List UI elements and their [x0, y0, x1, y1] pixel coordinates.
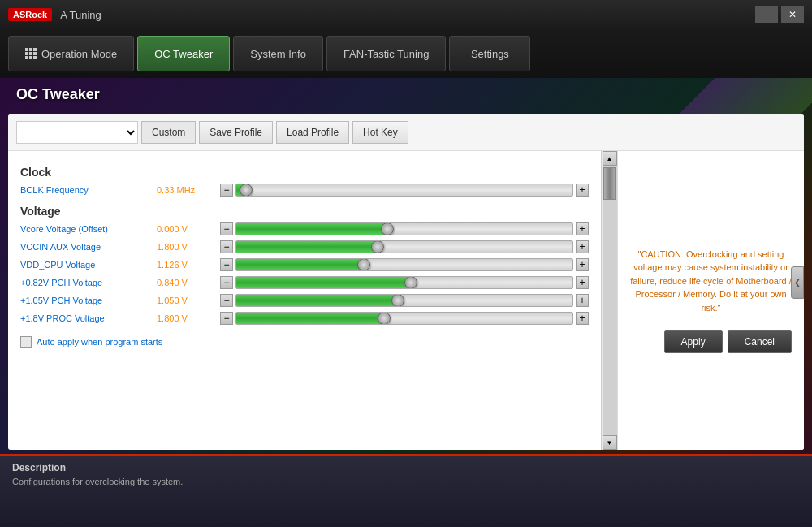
- vccin-fill: [236, 241, 378, 253]
- pch105-track[interactable]: [235, 294, 573, 307]
- expand-handle[interactable]: ❮: [791, 266, 804, 299]
- slider-row-pch082: +0.82V PCH Voltage 0.840 V − +: [20, 276, 589, 289]
- asrock-logo: ASRock: [8, 8, 52, 21]
- vcore-value: 0.000 V: [157, 224, 214, 234]
- proc18-label: +1.8V PROC Voltage: [20, 313, 150, 323]
- close-button[interactable]: ✕: [781, 6, 804, 23]
- pch082-fill: [236, 277, 411, 288]
- vddcpu-fill: [236, 259, 364, 270]
- hotkey-button[interactable]: Hot Key: [352, 121, 408, 144]
- nav-settings[interactable]: Settings: [449, 36, 530, 71]
- auto-apply-row: Auto apply when program starts: [20, 330, 589, 354]
- vddcpu-controls: − +: [220, 258, 589, 271]
- title-bar: ASRock A Tuning — ✕: [0, 0, 812, 29]
- slider-row-vcore: Vcore Voltage (Offset) 0.000 V − +: [20, 222, 589, 235]
- vddcpu-thumb[interactable]: [357, 258, 370, 271]
- scroll-track[interactable]: [603, 166, 617, 435]
- nav-settings-label: Settings: [471, 48, 509, 60]
- auto-apply-checkbox[interactable]: [20, 336, 32, 348]
- proc18-thumb[interactable]: [378, 312, 391, 325]
- vccin-thumb[interactable]: [371, 240, 384, 253]
- minimize-button[interactable]: —: [755, 6, 778, 23]
- vddcpu-track[interactable]: [235, 258, 573, 271]
- slider-row-bclk: BCLK Frequency 0.33 MHz − +: [20, 184, 589, 197]
- proc18-fill: [236, 313, 384, 324]
- pch105-label: +1.05V PCH Voltage: [20, 296, 150, 305]
- vcore-label: Vcore Voltage (Offset): [20, 224, 150, 234]
- pch082-minus[interactable]: −: [220, 276, 233, 289]
- warning-area: "CAUTION: Overclocking and setting volta…: [617, 151, 804, 450]
- clock-section-header: Clock: [20, 166, 589, 179]
- scrollbar: ▲ ▼: [601, 151, 617, 450]
- pch105-plus[interactable]: +: [576, 294, 589, 307]
- vddcpu-minus[interactable]: −: [220, 258, 233, 271]
- bclk-track[interactable]: [235, 184, 573, 197]
- grid-icon: [25, 48, 37, 59]
- scroll-up-arrow[interactable]: ▲: [603, 151, 617, 166]
- apply-button[interactable]: Apply: [664, 330, 723, 353]
- vddcpu-value: 1.126 V: [157, 260, 214, 270]
- pch105-value: 1.050 V: [157, 296, 214, 305]
- save-profile-button[interactable]: Save Profile: [199, 121, 273, 144]
- nav-oc-tweaker[interactable]: OC Tweaker: [137, 36, 230, 71]
- bclk-label: BCLK Frequency: [20, 185, 150, 195]
- bclk-plus[interactable]: +: [576, 184, 589, 197]
- warning-text: "CAUTION: Overclocking and setting volta…: [630, 248, 792, 315]
- vcore-thumb[interactable]: [381, 222, 394, 235]
- slider-row-vddcpu: VDD_CPU Voltage 1.126 V − +: [20, 258, 589, 271]
- content-area: Clock BCLK Frequency 0.33 MHz − + Voltag…: [8, 151, 804, 450]
- pch082-plus[interactable]: +: [576, 276, 589, 289]
- nav-bar: Operation Mode OC Tweaker System Info FA…: [0, 29, 812, 78]
- nav-system-info-label: System Info: [250, 48, 306, 60]
- profile-bar: Custom Save Profile Load Profile Hot Key: [8, 114, 804, 151]
- pch082-thumb[interactable]: [404, 276, 417, 289]
- bclk-thumb[interactable]: [240, 184, 253, 197]
- scroll-down-arrow[interactable]: ▼: [603, 435, 617, 450]
- nav-fan-tuning-label: FAN-Tastic Tuning: [343, 48, 430, 60]
- pch082-controls: − +: [220, 276, 589, 289]
- proc18-value: 1.800 V: [157, 313, 214, 323]
- title-bar-controls: — ✕: [755, 6, 804, 23]
- voltage-section-header: Voltage: [20, 205, 589, 218]
- proc18-controls: − +: [220, 312, 589, 325]
- nav-fan-tuning[interactable]: FAN-Tastic Tuning: [326, 36, 447, 71]
- page-title: OC Tweaker: [16, 86, 100, 103]
- vcore-minus[interactable]: −: [220, 222, 233, 235]
- bclk-value: 0.33 MHz: [157, 185, 214, 195]
- pch105-controls: − +: [220, 294, 589, 307]
- main-panel: Custom Save Profile Load Profile Hot Key…: [8, 114, 804, 450]
- bclk-controls: − +: [220, 184, 589, 197]
- profile-dropdown[interactable]: [16, 121, 138, 144]
- scroll-thumb[interactable]: [603, 167, 616, 200]
- proc18-track[interactable]: [235, 312, 573, 325]
- title-bar-left: ASRock A Tuning: [8, 8, 102, 21]
- nav-system-info[interactable]: System Info: [233, 36, 323, 71]
- pch105-thumb[interactable]: [391, 294, 404, 307]
- proc18-minus[interactable]: −: [220, 312, 233, 325]
- vccin-plus[interactable]: +: [576, 240, 589, 253]
- slider-row-vccin: VCCIN AUX Voltage 1.800 V − +: [20, 240, 589, 253]
- vccin-minus[interactable]: −: [220, 240, 233, 253]
- pch082-track[interactable]: [235, 276, 573, 289]
- vccin-track[interactable]: [235, 240, 573, 253]
- pch105-minus[interactable]: −: [220, 294, 233, 307]
- bclk-minus[interactable]: −: [220, 184, 233, 197]
- action-buttons: Apply Cancel: [630, 330, 792, 353]
- load-profile-button[interactable]: Load Profile: [276, 121, 349, 144]
- pch082-value: 0.840 V: [157, 278, 214, 287]
- pch082-label: +0.82V PCH Voltage: [20, 278, 150, 287]
- main-background: OC Tweaker Custom Save Profile Load Prof…: [0, 78, 812, 527]
- vcore-fill: [236, 223, 387, 235]
- vcore-plus[interactable]: +: [576, 222, 589, 235]
- pch105-fill: [236, 295, 398, 306]
- nav-operation-mode[interactable]: Operation Mode: [8, 36, 134, 71]
- slider-row-pch105: +1.05V PCH Voltage 1.050 V − +: [20, 294, 589, 307]
- vcore-track[interactable]: [235, 222, 573, 235]
- proc18-plus[interactable]: +: [576, 312, 589, 325]
- vccin-value: 1.800 V: [157, 242, 214, 252]
- description-text: Configurations for overclocking the syst…: [12, 477, 800, 486]
- vddcpu-plus[interactable]: +: [576, 258, 589, 271]
- vccin-controls: − +: [220, 240, 589, 253]
- nav-operation-mode-label: Operation Mode: [41, 48, 117, 60]
- cancel-button[interactable]: Cancel: [728, 330, 792, 353]
